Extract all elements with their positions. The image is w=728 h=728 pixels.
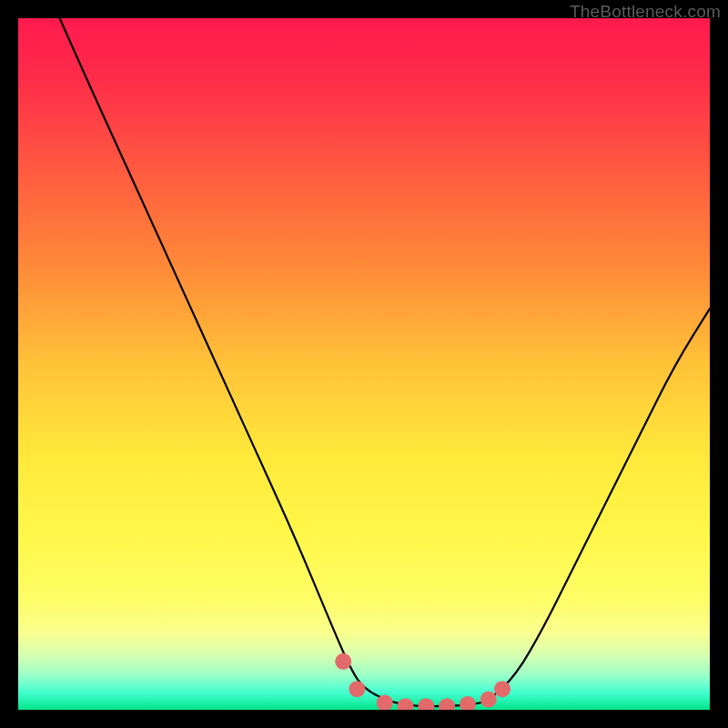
chart-frame <box>18 18 710 710</box>
data-marker <box>349 681 365 697</box>
data-marker <box>439 698 455 710</box>
data-marker <box>335 653 351 670</box>
data-marker <box>480 692 497 708</box>
watermark-text: TheBottleneck.com <box>570 2 721 22</box>
data-marker <box>494 681 511 697</box>
chart-svg-container <box>18 18 710 710</box>
data-marker <box>418 698 434 710</box>
chart-svg <box>18 18 710 710</box>
data-marker <box>460 696 476 710</box>
data-marker <box>398 698 414 710</box>
data-markers <box>335 653 511 710</box>
bottleneck-curve <box>60 18 710 706</box>
